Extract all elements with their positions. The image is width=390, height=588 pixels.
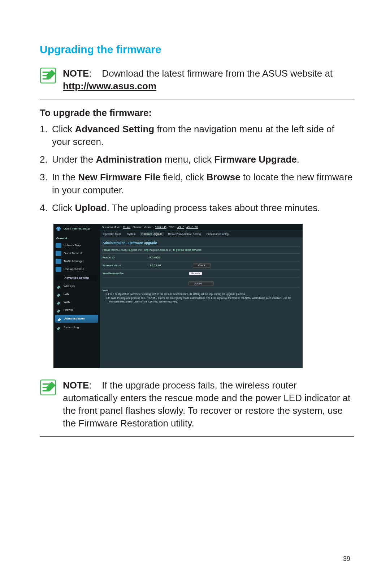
step-number: 3. <box>40 171 52 196</box>
tool-icon <box>56 325 61 330</box>
ss-tab-firmware-upgrade[interactable]: Firmware Upgrade <box>140 232 164 236</box>
ss-item-lan[interactable]: LAN <box>53 290 100 298</box>
ss-hint: Please visit the ASUS support site ( htt… <box>103 246 300 254</box>
step-text: In the New Firmware File field, click Br… <box>52 171 354 196</box>
globe-icon <box>56 226 61 232</box>
note-block-download: NOTE: Download the latest firmware from … <box>40 67 354 99</box>
note-icon <box>40 67 56 84</box>
steps-list: 1.Click Advanced Setting from the naviga… <box>40 123 354 214</box>
ss-row-product-id: Product ID RT-N65U <box>103 254 300 262</box>
step-text: Click Advanced Setting from the navigati… <box>52 123 354 148</box>
ss-panel: Administration - Firmware Upgrade Please… <box>100 237 303 306</box>
ss-topbar: Operation Mode:Router Firmware Version:3… <box>100 224 303 231</box>
ss-advanced-setting[interactable]: Advanced Setting <box>56 275 98 281</box>
usb-icon <box>56 267 61 272</box>
ss-sidebar: Quick Internet Setup General Network Map… <box>53 224 100 368</box>
ss-panel-title: Administration - Firmware Upgrade <box>103 240 300 246</box>
ss-item-wireless[interactable]: Wireless <box>53 282 100 290</box>
ss-tab-restore[interactable]: Restore/Save/Upload Setting <box>167 232 202 236</box>
ss-item-administration[interactable]: Administration <box>55 315 98 323</box>
ss-tab-performance[interactable]: Performance tuning <box>205 232 230 236</box>
ss-row-new-firmware: New Firmware File Browse <box>103 270 300 278</box>
ss-section-general: General <box>53 234 100 241</box>
ss-main: Operation Mode:Router Firmware Version:3… <box>100 224 303 368</box>
ss-tabs: Operation Mode System Firmware Upgrade R… <box>100 231 303 237</box>
ss-item-usb-application[interactable]: USB application <box>53 265 100 273</box>
ss-item-wan[interactable]: WAN <box>53 298 100 306</box>
traffic-icon <box>56 259 61 264</box>
page-title: Upgrading the firmware <box>40 43 354 56</box>
note-icon <box>40 379 56 396</box>
svg-rect-2 <box>56 243 61 248</box>
ss-note-label: Note: <box>103 287 300 292</box>
note-text: NOTE: If the upgrade process fails, the … <box>63 379 354 430</box>
page-number: 39 <box>343 555 350 563</box>
ss-item-firewall[interactable]: Firewall <box>53 306 100 314</box>
svg-rect-4 <box>56 259 61 264</box>
sub-heading: To upgrade the firmware: <box>40 107 354 119</box>
ss-tab-system[interactable]: System <box>126 232 137 236</box>
tool-icon <box>56 284 61 289</box>
ss-item-traffic-manager[interactable]: Traffic Manager <box>53 257 100 265</box>
browse-button[interactable]: Browse <box>189 272 202 275</box>
ss-tab-operation-mode[interactable]: Operation Mode <box>102 232 123 236</box>
svg-rect-3 <box>56 251 61 256</box>
step-text: Under the Administration menu, click Fir… <box>52 153 354 166</box>
tool-icon <box>56 308 61 313</box>
step-number: 1. <box>40 123 52 148</box>
tool-icon <box>56 316 62 321</box>
map-icon <box>56 243 61 248</box>
ss-quick-setup[interactable]: Quick Internet Setup <box>53 224 100 234</box>
step-text: Click Upload. The uploading process take… <box>52 202 354 214</box>
step-number: 2. <box>40 153 52 166</box>
ss-item-network-map[interactable]: Network Map <box>53 241 100 249</box>
ss-note-list: 1. For a configuration parameter existin… <box>103 292 300 303</box>
check-button[interactable]: Check <box>193 263 211 268</box>
ss-item-guest-network[interactable]: Guest Network <box>53 249 100 257</box>
svg-rect-5 <box>56 267 61 272</box>
note-text: NOTE: Download the latest firmware from … <box>63 67 354 93</box>
tool-icon <box>56 300 61 305</box>
guest-icon <box>56 251 61 256</box>
upload-button[interactable]: Upload <box>188 281 214 286</box>
ss-item-system-log[interactable]: System Log <box>53 323 100 331</box>
router-screenshot: Quick Internet Setup General Network Map… <box>53 224 303 368</box>
ss-row-firmware-version: Firmware Version 3.0.0.1.40 Check <box>103 262 300 270</box>
step-number: 4. <box>40 202 52 214</box>
tool-icon <box>56 292 61 297</box>
note-block-rescue: NOTE: If the upgrade process fails, the … <box>40 379 354 437</box>
